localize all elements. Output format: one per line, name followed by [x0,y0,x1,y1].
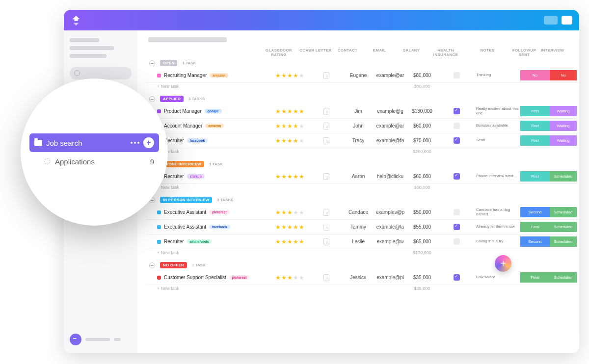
company-tag[interactable]: amazon [210,73,228,78]
topbar-pill[interactable] [544,16,558,25]
task-row[interactable]: Recruiter clickup ★★★★★ Aaron help@click… [146,169,579,184]
salary-cell[interactable]: $50,000 [407,209,437,215]
followup-badge[interactable]: Final [520,222,550,232]
notes-cell[interactable]: Giving this a try [476,239,520,244]
company-tag[interactable]: clickup [187,174,205,179]
salary-cell[interactable]: $60,000 [407,123,437,129]
rating-cell[interactable]: ★★★★★ [270,209,309,216]
document-icon[interactable] [323,238,329,245]
rating-cell[interactable]: ★★★★★ [270,173,309,180]
email-cell[interactable]: examples@p [373,209,407,215]
status-square-icon[interactable] [157,276,161,280]
followup-badge[interactable]: No [520,70,550,80]
contact-cell[interactable]: Jessica [344,275,373,280]
followup-badge[interactable]: First [520,135,550,146]
new-task-button[interactable]: + New task [157,286,270,291]
task-row[interactable]: Account Manager amazon ★★★★★ John exampl… [146,119,579,133]
task-row[interactable]: Recruiter facebook ★★★★★ Tracy example@f… [146,133,579,148]
task-title[interactable]: Executive Assistant [164,224,206,230]
contact-cell[interactable]: Jim [344,108,373,114]
status-square-icon[interactable] [157,225,161,229]
salary-cell[interactable]: $80,000 [407,73,437,78]
col-header[interactable]: EMAIL [362,48,397,57]
task-title[interactable]: Account Manager [164,123,202,129]
checkbox[interactable] [454,123,460,129]
rating-cell[interactable]: ★★★★★ [270,123,309,130]
task-title[interactable]: Customer Support Specialist [164,275,226,280]
company-tag[interactable]: wholefoods [187,239,212,244]
task-row[interactable]: Customer Support Specialist pinterest ★★… [146,270,579,285]
contact-cell[interactable]: Tammy [344,224,373,230]
col-header[interactable]: FOLLOWUP SENT [509,48,539,57]
status-square-icon[interactable] [157,240,161,244]
new-task-button[interactable]: + New task [157,84,270,89]
notes-cell[interactable]: Sent! [476,138,520,143]
company-tag[interactable]: amazon [205,124,224,128]
interview-badge[interactable]: Scheduled [550,222,577,232]
salary-cell[interactable]: $60,000 [407,174,437,179]
chat-icon[interactable] [70,334,81,345]
status-group-header[interactable]: APPLIED 3 TASKS [149,96,579,102]
company-tag[interactable]: pinterest [229,275,250,280]
notes-cell[interactable]: Phone interview went… [476,174,520,179]
salary-cell[interactable]: $55,000 [407,224,437,230]
rating-cell[interactable]: ★★★★★ [270,137,309,144]
email-cell[interactable]: example@fa [373,138,407,143]
interview-badge[interactable]: No [550,70,577,80]
company-tag[interactable]: facebook [209,225,230,229]
rating-cell[interactable]: ★★★★★ [270,72,309,79]
collapse-icon[interactable] [149,262,155,268]
topbar-square[interactable] [562,16,572,25]
task-title[interactable]: Recruiter [164,239,184,244]
company-tag[interactable]: google [205,109,222,113]
task-title[interactable]: Recruiter [164,174,184,179]
rating-cell[interactable]: ★★★★★ [270,274,309,281]
checkbox[interactable] [454,72,460,78]
col-header[interactable]: CONTACT [333,48,362,57]
contact-cell[interactable]: Aaron [344,174,373,179]
task-row[interactable]: Recruiter wholefoods ★★★★★ Leslie exampl… [146,234,579,249]
status-group-header[interactable]: OPEN 1 TASK [149,60,579,66]
salary-cell[interactable]: $130,000 [407,108,437,114]
notes-cell[interactable]: Low salary [476,275,520,280]
checkbox[interactable] [454,209,460,215]
task-title[interactable]: Product Manager [164,108,202,114]
contact-cell[interactable]: John [344,123,373,129]
col-header[interactable]: INTERVIEW [539,48,566,57]
collapse-icon[interactable] [149,60,155,66]
status-square-icon[interactable] [157,109,161,113]
document-icon[interactable] [323,224,329,231]
followup-badge[interactable]: First [520,171,550,182]
task-row[interactable]: Executive Assistant pinterest ★★★★★ Cand… [146,205,579,220]
rating-cell[interactable]: ★★★★★ [270,224,309,231]
followup-badge[interactable]: First [520,121,550,131]
col-header[interactable]: GLASSDOOR RATING [259,48,298,57]
salary-cell[interactable]: $65,000 [407,239,437,244]
company-tag[interactable]: facebook [187,138,208,143]
interview-badge[interactable]: Scheduled [550,236,577,247]
followup-badge[interactable]: Final [520,272,550,283]
interview-badge[interactable]: Waiting [550,121,577,131]
rating-cell[interactable]: ★★★★★ [270,108,309,115]
email-cell[interactable]: example@ar [373,123,407,129]
status-group-header[interactable]: NO OFFER 1 TASK [149,262,579,268]
task-title[interactable]: Recruiting Manager [164,73,207,78]
task-title[interactable]: Executive Assistant [164,209,206,215]
sidebar-item-applications[interactable]: Applications 9 [29,152,159,171]
new-task-button[interactable]: + New task [157,250,270,255]
salary-cell[interactable]: $35,000 [407,275,437,280]
followup-badge[interactable]: Second [520,236,550,247]
contact-cell[interactable]: Eugene [344,73,373,78]
rating-cell[interactable]: ★★★★★ [270,238,309,245]
notes-cell[interactable]: Bonuses available [476,124,520,128]
col-header[interactable]: HEALTH INSURANCE [426,48,465,57]
notes-cell[interactable]: Really excited about this one [476,107,520,116]
notes-cell[interactable]: Already let them know [476,225,520,229]
contact-cell[interactable]: Tracy [344,138,373,143]
checkbox[interactable] [454,173,460,180]
col-header[interactable]: SALARY [397,48,426,57]
email-cell[interactable]: example@w [373,239,407,244]
email-cell[interactable]: example@fa [373,224,407,230]
followup-badge[interactable]: Second [520,207,550,217]
interview-badge[interactable]: Scheduled [550,272,577,283]
